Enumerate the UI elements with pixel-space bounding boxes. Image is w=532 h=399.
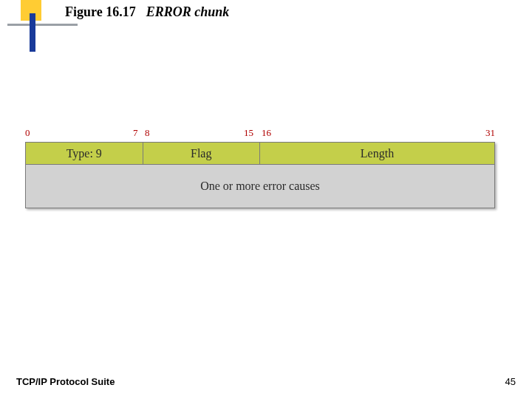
bit-7: 7 [133, 127, 138, 139]
field-type: Type: 9 [26, 143, 143, 165]
bit-15: 15 [244, 127, 253, 139]
slide-logo [7, 0, 49, 53]
field-length: Length [260, 143, 494, 165]
figure-number: Figure 16.17 [65, 4, 136, 20]
packet-diagram: 0 7 8 15 16 31 Type: 9 Flag Length One o… [25, 127, 495, 208]
logo-vbar-icon [30, 13, 35, 52]
bit-8: 8 [145, 127, 150, 139]
bit-31: 31 [485, 127, 495, 139]
figure-title: Figure 16.17 ERROR chunk [65, 4, 229, 20]
field-body: One or more error causes [26, 165, 494, 208]
field-flag: Flag [143, 143, 261, 165]
bit-16: 16 [262, 127, 271, 139]
logo-hline-icon [7, 24, 78, 26]
figure-caption: ERROR chunk [146, 4, 230, 20]
page-number: 45 [505, 376, 516, 387]
footer-text: TCP/IP Protocol Suite [16, 376, 115, 387]
packet-table: Type: 9 Flag Length One or more error ca… [25, 142, 495, 208]
header-row: Type: 9 Flag Length [26, 143, 494, 165]
bit-0: 0 [25, 127, 30, 139]
bit-offset-labels: 0 7 8 15 16 31 [25, 127, 495, 142]
